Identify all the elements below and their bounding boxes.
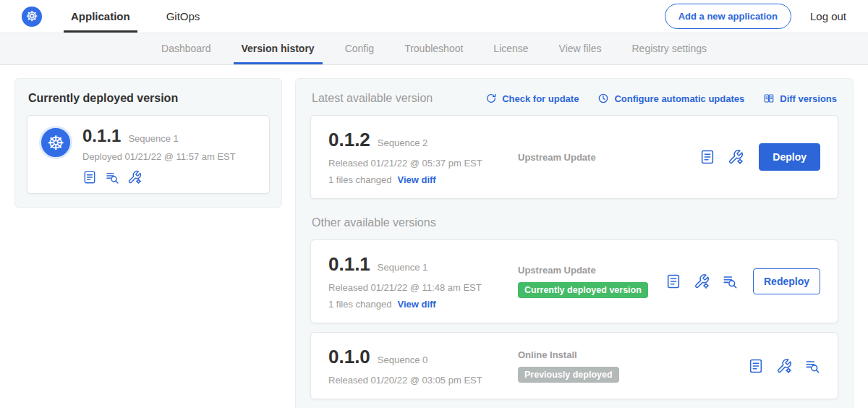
files-changed-line: 1 files changed View diff — [328, 299, 509, 310]
subnav-item-license[interactable]: License — [478, 33, 543, 64]
released-timestamp: Released 01/20/22 @ 03:05 pm EST — [328, 375, 509, 386]
view-diff-link[interactable]: View diff — [397, 174, 435, 185]
version-info: 0.1.2 Sequence 2 Released 01/21/22 @ 05:… — [328, 129, 509, 185]
version-info: 0.1.0 Sequence 0 Released 01/20/22 @ 03:… — [328, 346, 509, 386]
version-line: 0.1.2 Sequence 2 — [328, 129, 509, 151]
deploy-button[interactable]: Deploy — [759, 143, 820, 171]
version-actions — [748, 358, 820, 374]
version-actions: Redeploy — [665, 268, 820, 294]
release-notes-icon[interactable] — [82, 170, 97, 184]
version-line: 0.1.1 Sequence 1 — [328, 253, 509, 276]
tab-gitops-label: GitOps — [166, 10, 200, 22]
add-application-button[interactable]: Add a new application — [665, 4, 791, 29]
source-label: Upstream Update — [518, 265, 665, 276]
released-timestamp: Released 01/21/22 @ 05:37 pm EST — [328, 158, 509, 169]
kubernetes-logo-icon: ☸ — [22, 7, 42, 27]
sequence-label: Sequence 1 — [378, 262, 427, 273]
diff-versions-button[interactable]: Diff versions — [763, 93, 837, 104]
subnav-item-dashboard[interactable]: Dashboard — [146, 33, 226, 64]
currently-deployed-panel: Currently deployed version ☸ 0.1.1 Seque… — [14, 78, 282, 208]
main-content: Currently deployed version ☸ 0.1.1 Seque… — [0, 65, 868, 408]
version-source: Upstream Update — [509, 152, 699, 163]
configure-automatic-updates-button[interactable]: Configure automatic updates — [597, 93, 744, 104]
subnav-item-view-files[interactable]: View files — [544, 33, 617, 64]
version-card-0-1-0: 0.1.0 Sequence 0 Released 01/20/22 @ 03:… — [310, 332, 838, 399]
subnav-item-version-history[interactable]: Version history — [226, 33, 330, 64]
version-number: 0.1.1 — [328, 253, 370, 276]
view-diff-icon[interactable] — [105, 170, 119, 184]
tab-gitops[interactable]: GitOps — [163, 0, 203, 33]
tab-application[interactable]: Application — [68, 0, 133, 33]
deployed-version-card: ☸ 0.1.1 Sequence 1 Deployed 01/21/22 @ 1… — [27, 115, 270, 194]
source-label: Upstream Update — [518, 152, 699, 163]
deployed-version-info: 0.1.1 Sequence 1 Deployed 01/21/22 @ 11:… — [82, 126, 258, 184]
released-timestamp: Released 01/21/22 @ 11:48 am EST — [328, 282, 509, 293]
clock-icon — [597, 93, 609, 104]
view-diff-icon[interactable] — [722, 273, 738, 289]
deployed-version-number: 0.1.1 — [82, 126, 121, 146]
logout-link[interactable]: Log out — [810, 10, 846, 22]
release-notes-icon[interactable] — [748, 358, 764, 374]
kubernetes-wheel-glyph: ☸ — [47, 133, 64, 153]
version-number: 0.1.2 — [328, 129, 370, 151]
deployed-action-icons — [82, 170, 258, 184]
subnav-item-troubleshoot[interactable]: Troubleshoot — [389, 33, 478, 64]
app-subnav: Dashboard Version history Config Trouble… — [0, 33, 868, 65]
other-available-title: Other available versions — [312, 216, 837, 229]
sequence-label: Sequence 0 — [378, 354, 427, 365]
deployed-timestamp: Deployed 01/21/22 @ 11:57 am EST — [82, 151, 258, 162]
version-source: Online Install Previously deployed — [509, 349, 748, 383]
subnav-item-config[interactable]: Config — [330, 33, 389, 64]
previously-deployed-badge: Previously deployed — [518, 367, 619, 383]
files-changed-count: 1 files changed — [328, 299, 391, 310]
release-notes-icon[interactable] — [699, 149, 715, 165]
version-actions: Deploy — [699, 143, 820, 171]
available-panel-header: Latest available version Check for updat… — [312, 92, 837, 105]
currently-deployed-badge: Currently deployed version — [518, 282, 648, 298]
source-label: Online Install — [518, 349, 748, 360]
top-bar: ☸ Application GitOps Add a new applicati… — [0, 0, 868, 33]
check-for-update-button[interactable]: Check for update — [485, 93, 579, 104]
version-card-0-1-2: 0.1.2 Sequence 2 Released 01/21/22 @ 05:… — [310, 115, 838, 199]
version-source: Upstream Update Currently deployed versi… — [509, 265, 665, 298]
deployed-sequence-label: Sequence 1 — [128, 133, 178, 144]
view-diff-link[interactable]: View diff — [397, 299, 435, 310]
kubernetes-logo-icon: ☸ — [39, 126, 72, 159]
view-diff-icon[interactable] — [804, 358, 820, 374]
deployed-panel-title: Currently deployed version — [28, 92, 270, 105]
files-changed-count: 1 files changed — [328, 174, 391, 185]
redeploy-button[interactable]: Redeploy — [753, 268, 820, 294]
diff-versions-label: Diff versions — [780, 93, 837, 104]
latest-available-title: Latest available version — [312, 92, 433, 105]
header-actions: Check for update Configure automatic upd… — [485, 93, 837, 104]
config-icon[interactable] — [127, 170, 142, 184]
version-card-0-1-1: 0.1.1 Sequence 1 Released 01/21/22 @ 11:… — [310, 239, 838, 323]
version-line: 0.1.0 Sequence 0 — [328, 346, 509, 368]
kubernetes-wheel-glyph: ☸ — [25, 9, 38, 23]
config-icon[interactable] — [694, 273, 710, 289]
configure-automatic-updates-label: Configure automatic updates — [614, 93, 744, 104]
available-versions-panel: Latest available version Check for updat… — [295, 78, 854, 408]
subnav-item-registry-settings[interactable]: Registry settings — [617, 33, 722, 64]
top-tabs: Application GitOps — [68, 0, 233, 33]
refresh-icon — [485, 93, 497, 104]
files-changed-line: 1 files changed View diff — [328, 174, 509, 185]
split-diff-icon — [763, 93, 775, 104]
config-icon[interactable] — [728, 149, 744, 165]
deployed-version-line: 0.1.1 Sequence 1 — [82, 126, 258, 146]
tab-application-label: Application — [71, 10, 130, 22]
version-number: 0.1.0 — [328, 346, 370, 368]
sequence-label: Sequence 2 — [378, 137, 427, 148]
version-info: 0.1.1 Sequence 1 Released 01/21/22 @ 11:… — [328, 253, 509, 310]
release-notes-icon[interactable] — [665, 273, 681, 289]
check-for-update-label: Check for update — [502, 93, 579, 104]
config-icon[interactable] — [776, 358, 792, 374]
